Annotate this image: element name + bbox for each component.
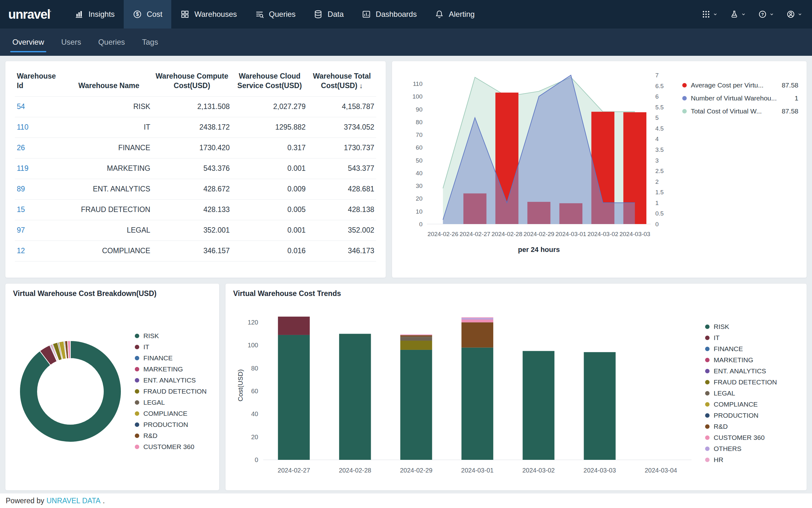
legend-item-number-of-virtual-warehou[interactable]: Number of Virtual Warehou...1	[682, 94, 798, 102]
apps-menu[interactable]	[702, 10, 718, 19]
combo-chart[interactable]: 010203040506070809010011000.511.522.533.…	[395, 66, 682, 268]
column-header-warehouse-cloud-service-cost-usd[interactable]: Warehouse Cloud Service Cost(USD)	[232, 67, 307, 96]
svg-text:3: 3	[655, 157, 659, 164]
legend-item-risk[interactable]: RISK	[135, 332, 207, 340]
nav-item-insights[interactable]: Insights	[65, 0, 124, 29]
table-row: 12COMPLIANCE346.1570.016346.173	[15, 241, 376, 261]
legend-item-marketing[interactable]: MARKETING	[135, 366, 207, 373]
stack-segment-hr[interactable]	[462, 317, 493, 318]
stack-segment-risk[interactable]	[462, 347, 493, 460]
nav-item-queries[interactable]: Queries	[246, 0, 305, 29]
warehouse-id-link[interactable]: 54	[17, 102, 25, 111]
warehouse-id-link[interactable]: 97	[17, 226, 25, 234]
donut-chart[interactable]	[15, 336, 126, 447]
legend-item-marketing[interactable]: MARKETING	[705, 356, 798, 364]
warehouse-id-link[interactable]: 15	[17, 205, 25, 214]
stack-segment-risk[interactable]	[400, 349, 432, 460]
nav-item-label: Alerting	[449, 10, 474, 19]
legend-item-it[interactable]: IT	[705, 334, 798, 342]
tab-tags[interactable]: Tags	[133, 29, 167, 56]
total-cost-cell: 4,158.787	[308, 96, 376, 117]
stack-segment-fraud-detection[interactable]	[400, 341, 432, 350]
legend-label: COMPLIANCE	[143, 410, 188, 417]
stack-segment-it[interactable]	[278, 316, 310, 335]
legend-item-hr[interactable]: HR	[705, 456, 798, 464]
table-row: 97LEGAL352.0010.001352.002	[15, 220, 376, 241]
nav-item-cost[interactable]: $Cost	[124, 0, 171, 29]
legend-item-production[interactable]: PRODUCTION	[135, 421, 207, 428]
tab-overview[interactable]: Overview	[4, 29, 53, 56]
warehouse-id-cell: 110	[15, 117, 65, 137]
nav-item-alerting[interactable]: Alerting	[426, 0, 484, 29]
legend-item-production[interactable]: PRODUCTION	[705, 412, 798, 419]
stack-segment-others[interactable]	[462, 318, 493, 319]
warehouse-id-link[interactable]: 26	[17, 143, 25, 152]
legend-item-finance[interactable]: FINANCE	[135, 354, 207, 362]
svg-text:3.5: 3.5	[655, 146, 664, 153]
nav-item-dashboards[interactable]: Dashboards	[353, 0, 426, 29]
legend-item-compliance[interactable]: COMPLIANCE	[705, 400, 798, 408]
legend-item-legal[interactable]: LEGAL	[135, 399, 207, 406]
stack-segment-risk[interactable]	[584, 352, 616, 460]
warehouse-id-link[interactable]: 12	[17, 247, 25, 255]
legend-item-risk[interactable]: RISK	[705, 323, 798, 331]
svg-text:2024-02-28: 2024-02-28	[492, 231, 523, 237]
svg-text:2024-03-01: 2024-03-01	[461, 467, 494, 474]
labs-menu[interactable]	[730, 10, 746, 19]
legend-dot	[135, 378, 139, 382]
tab-queries[interactable]: Queries	[90, 29, 133, 56]
svg-text:2024-03-03: 2024-03-03	[619, 231, 650, 237]
stack-segment-r-d[interactable]	[400, 335, 432, 337]
unravel-logo[interactable]: unravel'	[8, 7, 51, 22]
compute-cost-cell: 1730.420	[152, 137, 232, 158]
total-cost-cell: 1730.737	[308, 137, 376, 158]
stack-segment-legal[interactable]	[400, 337, 432, 341]
warehouse-id-link[interactable]: 110	[17, 123, 29, 131]
legend-item-ent-analytics[interactable]: ENT. ANALYTICS	[705, 367, 798, 375]
column-header-warehouse-total-cost-usd[interactable]: Warehouse Total Cost(USD)↓	[308, 67, 376, 96]
stack-segment-customer-360[interactable]	[462, 320, 493, 322]
legend-item-r-d[interactable]: R&D	[135, 432, 207, 439]
legend-item-customer-360[interactable]: CUSTOMER 360	[135, 443, 207, 451]
tab-users[interactable]: Users	[53, 29, 90, 56]
stack-segment-risk[interactable]	[523, 351, 554, 460]
svg-text:2024-02-27: 2024-02-27	[277, 467, 310, 474]
footer-brand-link[interactable]: UNRAVEL DATA	[46, 497, 100, 505]
main-content: Warehouse IdWarehouse NameWarehouse Comp…	[0, 56, 812, 493]
legend-item-finance[interactable]: FINANCE	[705, 345, 798, 353]
legend-item-compliance[interactable]: COMPLIANCE	[135, 410, 207, 417]
legend-item-fraud-detection[interactable]: FRAUD DETECTION	[135, 388, 207, 395]
legend-item-ent-analytics[interactable]: ENT. ANALYTICS	[135, 377, 207, 384]
column-header-warehouse-compute-cost-usd[interactable]: Warehouse Compute Cost(USD)	[152, 67, 232, 96]
legend-item-r-d[interactable]: R&D	[705, 423, 798, 430]
legend-item-others[interactable]: OTHERS	[705, 445, 798, 453]
svg-text:1: 1	[655, 200, 659, 206]
column-header-warehouse-id[interactable]: Warehouse Id	[15, 67, 65, 96]
column-header-warehouse-name[interactable]: Warehouse Name	[65, 67, 152, 96]
sort-desc-icon[interactable]: ↓	[359, 82, 363, 90]
stack-segment-hr[interactable]	[400, 334, 432, 335]
legend-item-legal[interactable]: LEGAL	[705, 389, 798, 397]
table-row: 110IT2438.1721295.8823734.052	[15, 117, 376, 137]
stacked-bar-chart[interactable]: 0204060801001202024-02-272024-02-282024-…	[233, 303, 703, 483]
dashboard-icon	[361, 9, 371, 19]
legend-item-it[interactable]: IT	[135, 343, 207, 351]
legend-item-average-cost-per-virtu[interactable]: Average Cost per Virtu...87.58	[682, 81, 798, 89]
stack-segment-r-d[interactable]	[462, 322, 493, 348]
stack-segment-risk[interactable]	[339, 334, 371, 460]
legend-item-fraud-detection[interactable]: FRAUD DETECTION	[705, 378, 798, 386]
svg-text:2024-03-02: 2024-03-02	[523, 467, 555, 474]
warehouse-id-link[interactable]: 119	[17, 164, 29, 172]
svg-text:6.5: 6.5	[655, 83, 664, 89]
help-menu[interactable]: ?	[758, 10, 774, 19]
column-header-label: Warehouse Cloud Service Cost(USD)	[237, 72, 302, 90]
nav-item-data[interactable]: Data	[305, 0, 353, 29]
legend-item-customer-360[interactable]: CUSTOMER 360	[705, 434, 798, 441]
account-menu[interactable]	[786, 10, 803, 19]
nav-item-warehouses[interactable]: Warehouses	[171, 0, 246, 29]
stack-segment-risk[interactable]	[278, 335, 310, 460]
legend-dot	[135, 345, 139, 349]
legend-label: IT	[143, 343, 149, 351]
legend-item-total-cost-of-virtual-w[interactable]: Total Cost of Virtual W...87.58	[682, 108, 798, 115]
warehouse-id-link[interactable]: 89	[17, 185, 25, 193]
